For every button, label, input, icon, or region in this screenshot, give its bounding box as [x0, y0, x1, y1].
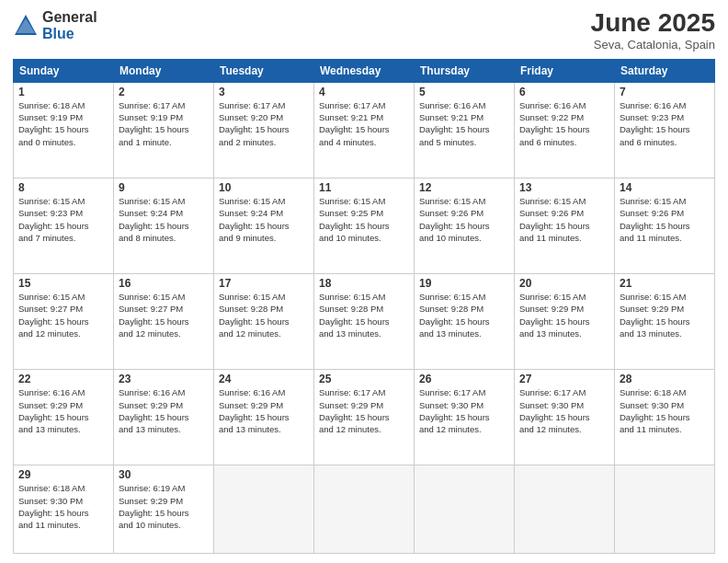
calendar-header-row: Sunday Monday Tuesday Wednesday Thursday… [14, 59, 715, 82]
calendar-cell [214, 465, 314, 554]
day-info: Sunrise: 6:15 AM Sunset: 9:28 PM Dayligh… [419, 291, 509, 339]
day-info: Sunrise: 6:15 AM Sunset: 9:27 PM Dayligh… [119, 291, 209, 339]
calendar-cell: 12Sunrise: 6:15 AM Sunset: 9:26 PM Dayli… [415, 178, 515, 273]
calendar-cell: 11Sunrise: 6:15 AM Sunset: 9:25 PM Dayli… [314, 178, 415, 273]
day-info: Sunrise: 6:18 AM Sunset: 9:19 PM Dayligh… [18, 99, 108, 148]
calendar-cell: 9Sunrise: 6:15 AM Sunset: 9:24 PM Daylig… [114, 178, 214, 273]
day-info: Sunrise: 6:15 AM Sunset: 9:26 PM Dayligh… [620, 195, 710, 244]
calendar-cell: 28Sunrise: 6:18 AM Sunset: 9:30 PM Dayli… [615, 370, 715, 465]
day-info: Sunrise: 6:15 AM Sunset: 9:24 PM Dayligh… [219, 195, 309, 244]
day-info: Sunrise: 6:16 AM Sunset: 9:29 PM Dayligh… [119, 386, 209, 435]
day-number: 20 [519, 277, 609, 290]
day-number: 10 [219, 181, 309, 194]
day-info: Sunrise: 6:16 AM Sunset: 9:22 PM Dayligh… [519, 99, 609, 148]
day-number: 2 [119, 86, 209, 98]
logo-text: General Blue [42, 9, 97, 41]
day-info: Sunrise: 6:15 AM Sunset: 9:28 PM Dayligh… [319, 291, 409, 339]
day-info: Sunrise: 6:16 AM Sunset: 9:21 PM Dayligh… [419, 99, 509, 148]
calendar-cell: 27Sunrise: 6:17 AM Sunset: 9:30 PM Dayli… [515, 370, 615, 465]
day-number: 26 [419, 373, 509, 385]
calendar-cell: 2Sunrise: 6:17 AM Sunset: 9:19 PM Daylig… [114, 82, 214, 178]
calendar-cell: 3Sunrise: 6:17 AM Sunset: 9:20 PM Daylig… [214, 82, 314, 178]
col-monday: Monday [114, 59, 214, 82]
calendar-cell: 20Sunrise: 6:15 AM Sunset: 9:29 PM Dayli… [515, 274, 615, 370]
day-number: 6 [519, 86, 609, 98]
header-right: June 2025 Seva, Catalonia, Spain [591, 9, 715, 52]
day-number: 25 [319, 373, 409, 385]
col-saturday: Saturday [615, 59, 715, 82]
calendar-week-3: 15Sunrise: 6:15 AM Sunset: 9:27 PM Dayli… [14, 274, 715, 370]
calendar-week-2: 8Sunrise: 6:15 AM Sunset: 9:23 PM Daylig… [14, 178, 715, 273]
calendar-cell: 21Sunrise: 6:15 AM Sunset: 9:29 PM Dayli… [615, 274, 715, 370]
day-info: Sunrise: 6:18 AM Sunset: 9:30 PM Dayligh… [18, 482, 108, 531]
day-info: Sunrise: 6:15 AM Sunset: 9:29 PM Dayligh… [620, 291, 710, 339]
calendar-cell: 19Sunrise: 6:15 AM Sunset: 9:28 PM Dayli… [415, 274, 515, 370]
calendar-cell: 10Sunrise: 6:15 AM Sunset: 9:24 PM Dayli… [214, 178, 314, 273]
day-number: 28 [620, 373, 710, 385]
day-number: 16 [119, 277, 209, 290]
calendar-cell: 25Sunrise: 6:17 AM Sunset: 9:29 PM Dayli… [314, 370, 415, 465]
calendar-cell: 23Sunrise: 6:16 AM Sunset: 9:29 PM Dayli… [114, 370, 214, 465]
day-info: Sunrise: 6:17 AM Sunset: 9:21 PM Dayligh… [319, 99, 409, 148]
day-info: Sunrise: 6:18 AM Sunset: 9:30 PM Dayligh… [620, 386, 710, 435]
calendar-cell [314, 465, 415, 554]
col-tuesday: Tuesday [214, 59, 314, 82]
calendar-cell: 30Sunrise: 6:19 AM Sunset: 9:29 PM Dayli… [114, 465, 214, 554]
day-number: 21 [620, 277, 710, 290]
calendar-cell: 1Sunrise: 6:18 AM Sunset: 9:19 PM Daylig… [14, 82, 114, 178]
logo: General Blue [13, 9, 97, 41]
day-info: Sunrise: 6:17 AM Sunset: 9:30 PM Dayligh… [419, 386, 509, 435]
calendar-cell: 14Sunrise: 6:15 AM Sunset: 9:26 PM Dayli… [615, 178, 715, 273]
day-number: 27 [519, 373, 609, 385]
day-number: 3 [219, 86, 309, 98]
col-sunday: Sunday [14, 59, 114, 82]
day-info: Sunrise: 6:17 AM Sunset: 9:29 PM Dayligh… [319, 386, 409, 435]
day-info: Sunrise: 6:19 AM Sunset: 9:29 PM Dayligh… [119, 482, 209, 531]
calendar-cell: 5Sunrise: 6:16 AM Sunset: 9:21 PM Daylig… [415, 82, 515, 178]
logo-blue: Blue [42, 26, 97, 42]
day-number: 5 [419, 86, 509, 98]
day-info: Sunrise: 6:15 AM Sunset: 9:23 PM Dayligh… [18, 195, 108, 244]
day-info: Sunrise: 6:17 AM Sunset: 9:20 PM Dayligh… [219, 99, 309, 148]
calendar-cell: 18Sunrise: 6:15 AM Sunset: 9:28 PM Dayli… [314, 274, 415, 370]
day-info: Sunrise: 6:16 AM Sunset: 9:23 PM Dayligh… [620, 99, 710, 148]
page: General Blue June 2025 Seva, Catalonia, … [0, 0, 728, 563]
day-info: Sunrise: 6:16 AM Sunset: 9:29 PM Dayligh… [219, 386, 309, 435]
day-number: 17 [219, 277, 309, 290]
calendar-cell: 15Sunrise: 6:15 AM Sunset: 9:27 PM Dayli… [14, 274, 114, 370]
day-number: 7 [620, 86, 710, 98]
calendar-week-5: 29Sunrise: 6:18 AM Sunset: 9:30 PM Dayli… [14, 465, 715, 554]
day-info: Sunrise: 6:15 AM Sunset: 9:29 PM Dayligh… [519, 291, 609, 339]
logo-icon [13, 13, 39, 39]
day-info: Sunrise: 6:15 AM Sunset: 9:26 PM Dayligh… [419, 195, 509, 244]
day-info: Sunrise: 6:15 AM Sunset: 9:27 PM Dayligh… [18, 291, 108, 339]
calendar-cell: 26Sunrise: 6:17 AM Sunset: 9:30 PM Dayli… [415, 370, 515, 465]
day-info: Sunrise: 6:15 AM Sunset: 9:28 PM Dayligh… [219, 291, 309, 339]
day-number: 24 [219, 373, 309, 385]
day-number: 1 [18, 86, 108, 98]
calendar-cell: 22Sunrise: 6:16 AM Sunset: 9:29 PM Dayli… [14, 370, 114, 465]
day-number: 23 [119, 373, 209, 385]
day-number: 18 [319, 277, 409, 290]
day-number: 22 [18, 373, 108, 385]
day-number: 9 [119, 181, 209, 194]
day-number: 4 [319, 86, 409, 98]
day-number: 14 [620, 181, 710, 194]
day-number: 12 [419, 181, 509, 194]
header: General Blue June 2025 Seva, Catalonia, … [13, 9, 715, 52]
calendar-table: Sunday Monday Tuesday Wednesday Thursday… [13, 59, 715, 554]
calendar-cell: 24Sunrise: 6:16 AM Sunset: 9:29 PM Dayli… [214, 370, 314, 465]
calendar-cell [515, 465, 615, 554]
col-friday: Friday [515, 59, 615, 82]
month-title: June 2025 [591, 9, 715, 38]
day-info: Sunrise: 6:17 AM Sunset: 9:30 PM Dayligh… [519, 386, 609, 435]
logo-general: General [42, 9, 97, 26]
day-number: 13 [519, 181, 609, 194]
col-thursday: Thursday [415, 59, 515, 82]
calendar-cell: 29Sunrise: 6:18 AM Sunset: 9:30 PM Dayli… [14, 465, 114, 554]
calendar-cell: 13Sunrise: 6:15 AM Sunset: 9:26 PM Dayli… [515, 178, 615, 273]
day-info: Sunrise: 6:15 AM Sunset: 9:25 PM Dayligh… [319, 195, 409, 244]
day-info: Sunrise: 6:16 AM Sunset: 9:29 PM Dayligh… [18, 386, 108, 435]
day-number: 11 [319, 181, 409, 194]
calendar-week-1: 1Sunrise: 6:18 AM Sunset: 9:19 PM Daylig… [14, 82, 715, 178]
